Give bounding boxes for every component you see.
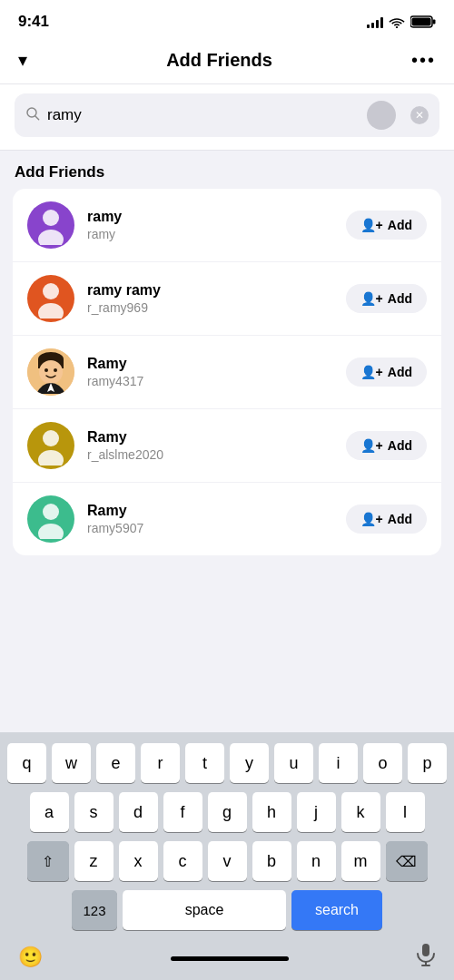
keyboard-row-bottom: 123 space search [4,890,450,930]
shift-key[interactable]: ⇧ [27,841,69,881]
add-friend-button[interactable]: 👤+ Add [346,358,427,387]
svg-rect-20 [422,944,429,956]
avatar [27,201,74,249]
key-r[interactable]: r [141,743,180,783]
list-item: Ramy ramy5907 👤+ Add [13,483,441,555]
friend-username: r_alslme2020 [87,447,333,462]
key-p[interactable]: p [408,743,447,783]
key-m[interactable]: m [341,841,380,881]
svg-point-14 [44,368,48,372]
friends-list: ramy ramy 👤+ Add ramy ramy r_ramy969 👤+ … [13,189,441,555]
friend-username: ramy4317 [87,374,333,388]
add-friend-button[interactable]: 👤+ Add [346,431,427,460]
list-item: ramy ramy 👤+ Add [13,189,441,262]
key-e[interactable]: e [96,743,135,783]
key-j[interactable]: j [297,792,336,832]
list-item: ramy ramy r_ramy969 👤+ Add [13,262,441,336]
key-i[interactable]: i [319,743,358,783]
svg-point-16 [43,430,59,446]
friend-name: Ramy [87,503,333,519]
keyboard-row-1: q w e r t y u i o p [4,743,450,783]
back-chevron-button[interactable]: ▾ [18,49,27,71]
search-key[interactable]: search [291,890,382,930]
add-label: Add [388,512,412,526]
list-item: Ramy ramy4317 👤+ Add [13,336,441,409]
add-person-icon: 👤+ [360,512,383,526]
key-a[interactable]: a [30,792,69,832]
status-bar: 9:41 [0,0,454,40]
key-y[interactable]: y [230,743,269,783]
keyboard-row-3: ⇧ z x c v b n m ⌫ [4,841,450,881]
home-indicator [171,956,289,961]
space-key[interactable]: space [123,890,286,930]
add-friend-button[interactable]: 👤+ Add [346,211,427,240]
key-s[interactable]: s [74,792,114,832]
numbers-key[interactable]: 123 [72,890,117,930]
key-h[interactable]: h [252,792,291,832]
friend-info: Ramy ramy5907 [87,503,333,535]
key-b[interactable]: b [252,841,291,881]
key-v[interactable]: v [208,841,247,881]
more-options-button[interactable]: ••• [411,50,436,71]
friend-name: ramy ramy [87,282,333,299]
svg-point-19 [38,524,64,539]
delete-key[interactable]: ⌫ [386,841,428,881]
key-o[interactable]: o [363,743,402,783]
emoji-key[interactable]: 🙂 [18,946,43,969]
add-label: Add [388,218,412,232]
search-icon [25,106,40,124]
status-icons [367,15,436,28]
friend-username: ramy [87,227,333,241]
friend-name: Ramy [87,356,333,372]
search-bar: ✕ [15,93,439,137]
friend-info: Ramy r_alslme2020 [87,429,333,462]
friend-info: ramy ramy r_ramy969 [87,282,333,315]
key-q[interactable]: q [7,743,46,783]
key-f[interactable]: f [163,792,202,832]
add-person-icon: 👤+ [360,291,383,306]
add-friend-button[interactable]: 👤+ Add [346,284,427,313]
key-k[interactable]: k [341,792,380,832]
friend-username: ramy5907 [87,521,333,535]
key-d[interactable]: d [119,792,158,832]
search-input[interactable] [47,106,360,124]
svg-point-7 [38,230,64,245]
key-c[interactable]: c [163,841,202,881]
avatar [27,422,74,469]
svg-rect-3 [412,18,431,26]
key-t[interactable]: t [185,743,224,783]
add-friends-section-label: Add Friends [0,151,454,189]
svg-point-17 [38,450,64,466]
add-label: Add [388,365,412,379]
dictation-key[interactable] [416,943,436,971]
header: ▾ Add Friends ••• [0,40,454,84]
svg-point-8 [43,283,59,299]
svg-point-15 [54,368,57,372]
svg-point-13 [39,360,63,384]
add-label: Add [388,291,412,306]
key-x[interactable]: x [119,841,158,881]
list-item: Ramy r_alslme2020 👤+ Add [13,409,441,483]
friend-name: ramy [87,209,333,225]
keyboard: q w e r t y u i o p a s d f g h j k l ⇧ … [0,732,454,980]
search-container: ✕ [0,84,454,151]
avatar [27,495,74,543]
key-u[interactable]: u [274,743,313,783]
friend-name: Ramy [87,429,333,446]
svg-rect-2 [433,20,436,24]
search-clear-button[interactable]: ✕ [410,106,429,124]
add-friend-button[interactable]: 👤+ Add [346,505,427,534]
svg-point-0 [396,26,398,28]
add-label: Add [388,438,412,453]
status-time: 9:41 [18,13,49,31]
key-l[interactable]: l [386,792,425,832]
battery-icon [410,15,436,28]
keyboard-row-2: a s d f g h j k l [4,792,450,832]
key-z[interactable]: z [74,841,114,881]
key-n[interactable]: n [297,841,336,881]
keyboard-bottom-bar: 🙂 [4,939,450,976]
key-g[interactable]: g [208,792,247,832]
key-w[interactable]: w [52,743,91,783]
avatar [27,275,74,322]
svg-point-18 [43,504,59,520]
